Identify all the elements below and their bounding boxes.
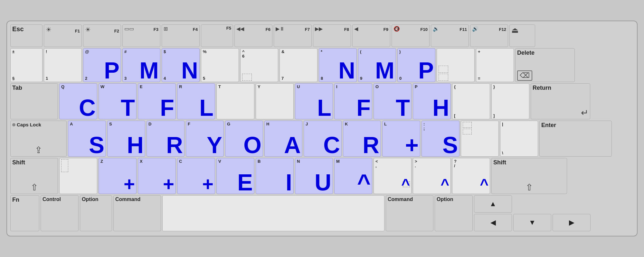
key-quote-dashed2: [463, 129, 472, 134]
key-f11[interactable]: 🔉 F11: [431, 24, 469, 47]
key-d[interactable]: D R: [147, 121, 185, 157]
key-f[interactable]: F Y: [186, 121, 224, 157]
control-label: Control: [43, 197, 61, 202]
key-f6[interactable]: ◀◀ F6: [234, 24, 272, 47]
key-comma[interactable]: < , ^: [374, 158, 412, 194]
key-shift-left[interactable]: Shift ⇧: [10, 158, 58, 194]
key-delete[interactable]: Delete ⌫: [515, 48, 575, 82]
key-4[interactable]: $ 4 N: [162, 48, 200, 82]
bottom-row: Fn Control Option Command Command Option…: [10, 195, 634, 231]
key-q[interactable]: Q C: [59, 83, 97, 119]
key-9[interactable]: ( 9 M: [358, 48, 396, 82]
key-esc[interactable]: Esc: [10, 24, 43, 47]
key-fn[interactable]: Fn: [10, 195, 39, 231]
key-p[interactable]: P H: [413, 83, 451, 119]
key-command-left[interactable]: Command: [113, 195, 161, 231]
key-y[interactable]: Y: [256, 83, 294, 119]
key-p-top: P: [415, 85, 418, 89]
key-iso[interactable]: [59, 158, 97, 194]
key-arrow-up[interactable]: ▲: [474, 195, 512, 213]
key-slash[interactable]: ? / ^: [452, 158, 490, 194]
key-b[interactable]: B I: [256, 158, 294, 194]
key-l[interactable]: L +: [382, 121, 420, 157]
key-semicolon[interactable]: : ; S: [421, 121, 459, 157]
key-f4[interactable]: ⊞ F4: [162, 24, 200, 47]
key-5[interactable]: % 5: [201, 48, 239, 82]
key-backslash[interactable]: | \: [500, 121, 538, 157]
key-f5[interactable]: F5: [201, 24, 233, 47]
key-u[interactable]: U L: [295, 83, 333, 119]
key-f12[interactable]: 🔊 F12: [470, 24, 508, 47]
key-c[interactable]: C +: [177, 158, 215, 194]
key-rbracket[interactable]: } ]: [491, 83, 529, 119]
key-control[interactable]: Control: [41, 195, 79, 231]
key-h[interactable]: H A: [264, 121, 302, 157]
key-0[interactable]: ) 0 P: [397, 48, 435, 82]
key-m[interactable]: M ^: [334, 158, 372, 194]
key-capslock[interactable]: Caps Lock ⇪: [10, 121, 67, 157]
key-comma-top: <: [375, 159, 378, 164]
key-1[interactable]: ! 1: [44, 48, 82, 82]
key-option-left[interactable]: Option: [80, 195, 112, 231]
key-f8[interactable]: ▶▶ F8: [313, 24, 351, 47]
key-arrow-right[interactable]: ▶: [553, 214, 591, 231]
key-a[interactable]: A S: [68, 121, 106, 157]
key-x[interactable]: X +: [138, 158, 176, 194]
key-2-top: @: [85, 50, 89, 54]
arrow-left-icon: ◀: [490, 218, 496, 227]
f6-label: F6: [266, 27, 270, 32]
number-row: ± § ! 1 @ 2 P # 3 M $ 4 N % 5: [10, 48, 634, 82]
key-e[interactable]: E F: [138, 83, 176, 119]
key-3[interactable]: # 3 M: [122, 48, 160, 82]
key-g[interactable]: G O: [225, 121, 263, 157]
key-equals[interactable]: + =: [476, 48, 514, 82]
f4-label: F4: [193, 27, 198, 32]
key-f9[interactable]: ◀ F9: [352, 24, 390, 47]
key-spacebar[interactable]: [162, 195, 384, 231]
key-t[interactable]: T: [216, 83, 254, 119]
key-2-blue: P: [104, 60, 119, 81]
key-shift-right[interactable]: Shift ⇧: [491, 158, 567, 194]
key-arrow-left[interactable]: ◀: [474, 214, 512, 231]
key-option-right[interactable]: Option: [435, 195, 473, 231]
key-r[interactable]: R L: [177, 83, 215, 119]
key-j[interactable]: J C: [304, 121, 342, 157]
key-2[interactable]: @ 2 P: [83, 48, 121, 82]
key-lbracket[interactable]: { [: [452, 83, 490, 119]
key-f-blue: Y: [207, 135, 222, 156]
key-enter[interactable]: Enter: [539, 121, 612, 157]
key-w-top: W: [100, 85, 104, 89]
key-f2[interactable]: ☀ F2: [83, 24, 121, 47]
key-arrow-down[interactable]: ▼: [513, 214, 551, 231]
key-minus[interactable]: _: [437, 48, 475, 82]
key-5-bot: 5: [203, 76, 205, 81]
key-6[interactable]: ^ 6: [240, 48, 278, 82]
key-c-blue: +: [202, 176, 213, 193]
key-w[interactable]: W T: [99, 83, 137, 119]
key-return[interactable]: Return ↵: [531, 83, 590, 119]
key-k[interactable]: K R: [343, 121, 381, 157]
key-n-blue: U: [315, 172, 331, 193]
key-command-right[interactable]: Command: [386, 195, 433, 231]
keyboard: Esc ☀ F1 ☀ F2 ▭▭ F3 ⊞ F4: [6, 21, 638, 236]
key-eject[interactable]: ⏏: [509, 24, 535, 47]
key-f7[interactable]: ▶⏸ F7: [274, 24, 312, 47]
key-i[interactable]: I F: [334, 83, 372, 119]
key-s[interactable]: S H: [107, 121, 145, 157]
key-z[interactable]: Z +: [99, 158, 137, 194]
key-tilde[interactable]: ± §: [10, 48, 43, 82]
key-z-top: Z: [100, 159, 103, 164]
key-l-blue: +: [405, 135, 419, 156]
key-f1[interactable]: ☀ F1: [44, 24, 82, 47]
key-f3[interactable]: ▭▭ F3: [122, 24, 160, 47]
key-f10[interactable]: 🔇 F10: [392, 24, 430, 47]
key-period[interactable]: > . ^: [413, 158, 451, 194]
key-o[interactable]: O T: [374, 83, 412, 119]
key-tab[interactable]: Tab: [10, 83, 58, 119]
key-7[interactable]: & 7: [279, 48, 317, 82]
key-n[interactable]: N U: [295, 158, 333, 194]
key-8[interactable]: * 8 N: [319, 48, 357, 82]
enter-label: Enter: [541, 122, 556, 129]
key-quote[interactable]: [461, 121, 499, 157]
key-v[interactable]: V E: [216, 158, 254, 194]
